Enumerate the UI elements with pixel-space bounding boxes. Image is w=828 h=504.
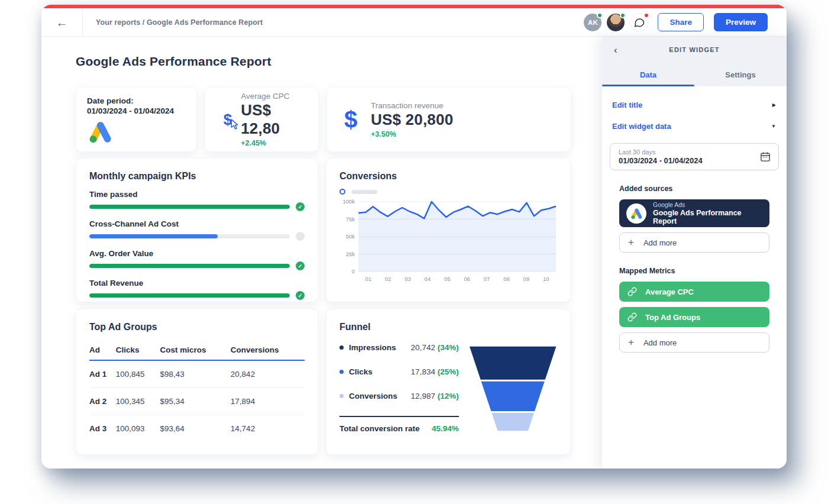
kpi-status-icon [296, 232, 305, 241]
kpi-label: Avg. Order Value [89, 249, 305, 258]
funnel-chart [468, 343, 557, 434]
widget-title: Conversions [339, 171, 557, 182]
svg-text:75k: 75k [346, 216, 355, 222]
preview-button[interactable]: Preview [714, 13, 768, 31]
funnel-legend-row: Clicks 17,834 (25%) [339, 367, 459, 376]
widgets-row-2: Monthly campaign KPIs Time passed ✓ Cros… [76, 158, 602, 302]
widget-title: Top Ad Groups [89, 322, 305, 332]
link-icon [628, 312, 637, 322]
legend-dot-icon [339, 345, 344, 350]
app-window: ← Your reports / Google Ads Performance … [41, 5, 787, 469]
svg-text:03: 03 [405, 276, 411, 282]
svg-text:08: 08 [503, 276, 510, 282]
kpi-label: Cross-Channel Ad Cost [89, 219, 305, 228]
top-bar: ← Your reports / Google Ads Performance … [41, 8, 787, 37]
col-clicks: Clicks [116, 341, 160, 360]
kpi-progress-bar [89, 293, 290, 298]
date-preset: Last 30 days [619, 148, 703, 156]
dollar-icon: $ [337, 106, 365, 133]
svg-text:09: 09 [523, 276, 530, 282]
date-period-range: 01/03/2024 - 01/04/2024 [87, 106, 186, 115]
metric-value: US$ 20,800 [371, 111, 453, 129]
mapped-metric-average-cpc[interactable]: Average CPC [619, 282, 769, 302]
divider [339, 416, 459, 417]
kpi-status-icon: ✓ [296, 291, 305, 300]
panel-title: EDIT WIDGET [602, 46, 787, 53]
date-period-label: Date period: [87, 96, 186, 105]
metric-label: Average CPC [241, 92, 309, 101]
metric-label: Transaction revenue [371, 101, 453, 110]
svg-text:04: 04 [425, 276, 431, 282]
plus-icon: + [628, 237, 634, 248]
share-button[interactable]: Share [658, 13, 704, 31]
google-ads-logo-icon [626, 203, 646, 224]
kpi-item: Cross-Channel Ad Cost [89, 219, 305, 241]
source-provider: Google Ads [653, 201, 762, 208]
avatar-initials[interactable]: AK [584, 14, 601, 31]
add-metric-button[interactable]: + Add more [619, 332, 769, 353]
calendar-icon [759, 151, 771, 163]
panel-back-chevron-icon[interactable]: ‹ [614, 45, 617, 55]
table-row: Ad 3 100,093 $93,64 14,742 [89, 415, 305, 442]
svg-text:10: 10 [543, 276, 549, 282]
svg-text:07: 07 [484, 276, 490, 282]
page-background: ← Your reports / Google Ads Performance … [0, 0, 828, 504]
funnel-legend-row: Conversions 12,987 (12%) [339, 392, 459, 400]
comments-button[interactable] [630, 13, 649, 32]
metric-delta: +2.45% [241, 139, 309, 147]
avatar-photo[interactable] [607, 14, 625, 31]
kpi-status-icon: ✓ [296, 261, 305, 270]
svg-text:06: 06 [464, 276, 470, 282]
source-card-google-ads[interactable]: Google Ads Google Ads Performance Report [619, 199, 769, 227]
funnel-total-row: Total conversion rate 45.94% [339, 424, 459, 433]
metric-value: US$ 12,80 [241, 101, 309, 138]
widgets-row-3: Top Ad Groups Ad Clicks Cost micros Conv… [76, 309, 602, 455]
funnel-widget[interactable]: Funnel Impressions 20,742 (34%) Clicks [326, 309, 571, 455]
tab-data[interactable]: Data [602, 63, 694, 86]
monthly-campaign-kpis-widget[interactable]: Monthly campaign KPIs Time passed ✓ Cros… [76, 158, 318, 302]
top-ad-groups-widget[interactable]: Top Ad Groups Ad Clicks Cost micros Conv… [76, 309, 318, 455]
table-row: Ad 2 100,345 $95,34 17,894 [89, 388, 305, 415]
average-cpc-card[interactable]: $ Average CPC US$ 12,80 +2.45% [205, 87, 319, 152]
kpi-item: Time passed ✓ [89, 190, 305, 211]
widget-title: Monthly campaign KPIs [89, 171, 305, 182]
kpi-progress-bar [89, 234, 218, 238]
tab-settings[interactable]: Settings [694, 63, 787, 86]
kpi-item: Avg. Order Value ✓ [89, 249, 305, 270]
svg-text:05: 05 [444, 276, 451, 282]
kpi-label: Time passed [89, 190, 305, 199]
chart-legend [339, 189, 557, 195]
edit-title-row[interactable]: Edit title ▶ [610, 101, 779, 109]
added-sources-label: Added sources [619, 185, 769, 193]
col-cost-micros: Cost micros [160, 341, 230, 360]
link-icon [628, 287, 637, 296]
dollar-cursor-icon: $ [215, 111, 241, 129]
summary-cards-row: Date period: 01/03/2024 - 01/04/2024 $ [76, 87, 602, 152]
chat-bubble-icon [633, 17, 645, 28]
col-ad: Ad [89, 341, 116, 360]
source-report-name: Google Ads Performance Report [653, 209, 762, 225]
table-row: Ad 1 100,845 $98,43 20,842 [89, 360, 305, 388]
legend-dot-icon [339, 394, 344, 398]
google-ads-logo-icon [87, 120, 113, 144]
mapped-metric-top-ad-groups[interactable]: Top Ad Groups [619, 307, 769, 327]
back-arrow-icon: ← [56, 17, 68, 28]
col-conversions: Conversions [231, 341, 305, 360]
kpi-item: Total Revenue ✓ [89, 279, 305, 300]
conversions-widget[interactable]: Conversions 025k50k75k100k01020304050607… [326, 158, 571, 302]
ad-groups-table: Ad Clicks Cost micros Conversions Ad 1 1… [89, 341, 305, 442]
edit-widget-data-row[interactable]: Edit widget data ▼ [610, 122, 779, 131]
date-range-selector[interactable]: Last 30 days 01/03/2024 - 01/04/2024 [610, 143, 779, 170]
back-button[interactable]: ← [41, 8, 83, 36]
panel-tabs: Data Settings [602, 63, 787, 86]
svg-text:01: 01 [365, 276, 371, 282]
widget-title: Funnel [339, 322, 557, 332]
online-status-dot [597, 12, 603, 18]
add-source-button[interactable]: + Add more [619, 232, 769, 253]
date-period-card[interactable]: Date period: 01/03/2024 - 01/04/2024 [76, 87, 197, 152]
transaction-revenue-card[interactable]: $ Transaction revenue US$ 20,800 +3.50% [326, 87, 571, 152]
legend-placeholder [351, 190, 377, 194]
metric-delta: +3.50% [371, 130, 453, 138]
table-header-row: Ad Clicks Cost micros Conversions [89, 341, 305, 360]
chevron-right-icon: ▶ [772, 102, 776, 108]
